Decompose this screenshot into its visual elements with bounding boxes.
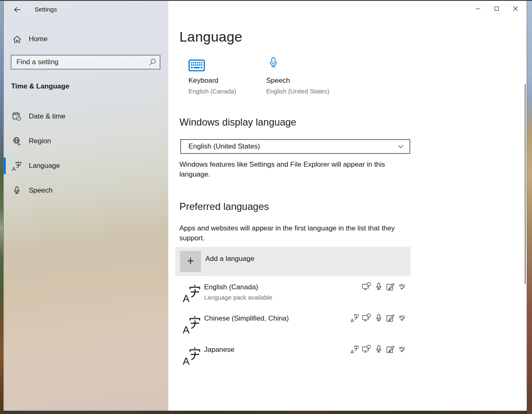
sidebar-section-title: Time & Language: [11, 82, 69, 91]
language-icon: [183, 316, 201, 334]
language-name: English (Canada): [204, 283, 258, 291]
speech-card[interactable]: Speech English (United States): [266, 53, 344, 95]
sidebar-item-language[interactable]: Language: [4, 158, 168, 174]
region-icon: [12, 136, 22, 146]
card-value: English (Canada): [188, 88, 267, 95]
screen: { "colors": { "accent": "#0078d7", "seco…: [0, 0, 532, 414]
language-row-chinese-simplified[interactable]: Chinese (Simplified, China): [175, 310, 411, 341]
microphone-icon: [374, 344, 383, 354]
preferred-languages-heading: Preferred languages: [179, 201, 269, 212]
microphone-icon: [12, 186, 22, 195]
app-title: Settings: [35, 6, 57, 13]
sidebar-item-label: Date & time: [29, 112, 65, 121]
language-row-english-canada[interactable]: English (Canada) Language pack available: [175, 279, 411, 310]
back-arrow-icon: [14, 7, 21, 13]
language-row-japanese[interactable]: Japanese: [175, 341, 411, 372]
display-language-icon: [362, 282, 371, 291]
language-name: Japanese: [204, 346, 235, 354]
sidebar-item-speech[interactable]: Speech: [4, 182, 168, 199]
minimize-button[interactable]: [468, 1, 487, 16]
microphone-icon: [266, 53, 344, 72]
feature-icons: [350, 344, 407, 354]
add-language-button[interactable]: + Add a language: [175, 247, 411, 276]
back-button[interactable]: [11, 4, 23, 15]
preferred-languages-description: Apps and websites will appear in the fir…: [179, 223, 408, 243]
language-status: Language pack available: [204, 294, 272, 301]
language-pack-icon: [350, 313, 359, 322]
card-label: Speech: [266, 77, 344, 85]
scrollbar[interactable]: [525, 84, 526, 284]
card-value: English (United States): [266, 88, 344, 95]
spellcheck-icon: [398, 313, 407, 322]
date-time-icon: [12, 112, 22, 121]
minimize-icon: [476, 9, 480, 9]
sidebar-item-label: Home: [29, 35, 47, 43]
language-icon: [183, 284, 201, 302]
maximize-button[interactable]: [487, 1, 506, 16]
sidebar-item-date-time[interactable]: Date & time: [4, 108, 168, 125]
display-language-dropdown[interactable]: English (United States): [180, 139, 410, 154]
desktop-wallpaper-right: [527, 1, 532, 414]
display-language-description: Windows features like Settings and File …: [179, 160, 394, 179]
search-box: [11, 55, 160, 70]
microphone-icon: [374, 313, 383, 322]
search-icon[interactable]: [146, 56, 160, 69]
keyboard-icon: [188, 53, 267, 72]
microphone-icon: [374, 282, 383, 291]
language-icon: [183, 347, 201, 365]
spellcheck-icon: [398, 282, 407, 291]
search-input[interactable]: [12, 56, 146, 69]
handwriting-icon: [386, 282, 395, 291]
add-language-label: Add a language: [205, 255, 254, 263]
settings-window: Settings Home Time & Language Date & tim…: [3, 1, 527, 411]
handwriting-icon: [386, 313, 395, 322]
close-icon: [513, 6, 518, 11]
sidebar-item-region[interactable]: Region: [4, 133, 168, 149]
plus-tile: +: [180, 251, 201, 272]
spellcheck-icon: [398, 344, 407, 354]
dropdown-selected-value: English (United States): [188, 142, 260, 151]
language-name: Chinese (Simplified, China): [204, 314, 289, 323]
home-icon: [12, 34, 22, 44]
sidebar: Settings Home Time & Language Date & tim…: [4, 1, 168, 411]
sidebar-item-label: Speech: [29, 186, 53, 195]
card-label: Keyboard: [188, 77, 267, 85]
display-language-heading: Windows display language: [179, 116, 296, 128]
plus-icon: +: [187, 255, 194, 267]
desktop-wallpaper-left: [0, 1, 3, 414]
language-pack-icon: [350, 344, 359, 354]
window-controls: [468, 1, 525, 16]
sidebar-item-home[interactable]: Home: [4, 31, 168, 47]
display-language-icon: [362, 313, 371, 322]
page-title: Language: [179, 29, 242, 45]
main-pane: Language Keyboard English (Canada) Speec…: [168, 1, 527, 411]
feature-icons: [362, 282, 407, 291]
feature-icons: [350, 313, 407, 322]
display-language-icon: [362, 344, 371, 354]
maximize-icon: [495, 7, 499, 11]
chevron-down-icon: [398, 140, 404, 153]
sidebar-item-label: Region: [29, 137, 51, 145]
close-button[interactable]: [506, 1, 525, 16]
keyboard-card[interactable]: Keyboard English (Canada): [188, 53, 267, 95]
handwriting-icon: [386, 344, 395, 354]
desktop-wallpaper-bottom: [3, 411, 527, 414]
language-icon: [12, 161, 22, 171]
sidebar-item-label: Language: [29, 162, 60, 170]
